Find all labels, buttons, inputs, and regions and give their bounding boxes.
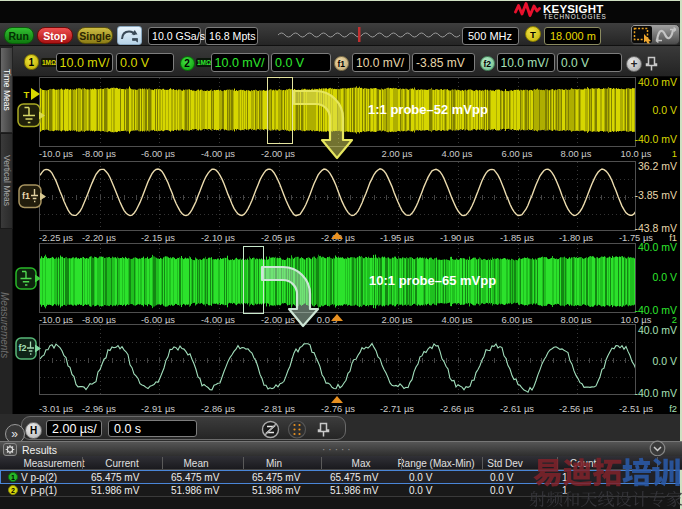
svg-text:f2: f2: [18, 343, 26, 353]
svg-text:f1: f1: [22, 190, 30, 200]
